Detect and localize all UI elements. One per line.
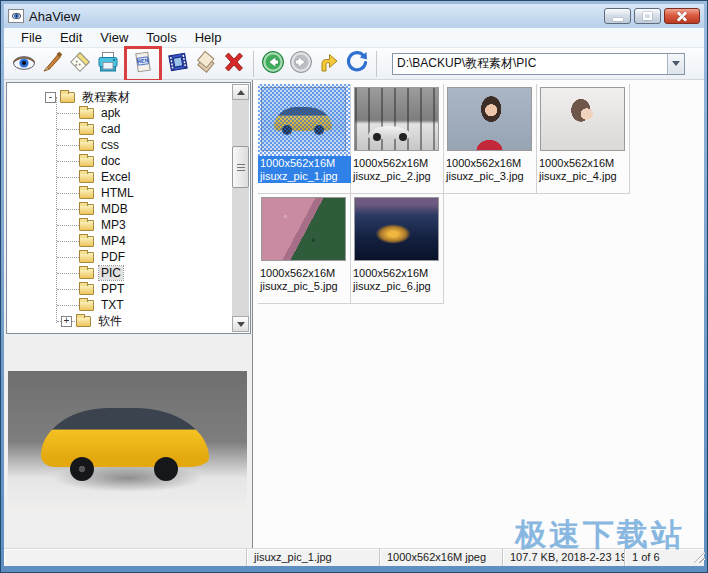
thumbnail-image — [261, 197, 346, 261]
title-bar: AhaView — [4, 4, 704, 28]
tree-scrollbar[interactable] — [232, 84, 249, 332]
minimize-button[interactable] — [604, 8, 631, 24]
tree-item-mp3[interactable]: MP3 — [7, 217, 232, 233]
slideshow-button[interactable] — [164, 50, 192, 78]
menu-bar: FileEditViewToolsHelp — [4, 28, 704, 48]
folder-icon — [79, 204, 94, 215]
address-dropdown-button[interactable] — [667, 54, 684, 74]
thumbnail-jisuxz_pic_5.jpg[interactable]: 1000x562x16Mjisuxz_pic_5.jpg — [258, 194, 351, 304]
menu-item-tools[interactable]: Tools — [137, 28, 185, 47]
app-icon — [8, 9, 24, 23]
filmstrip-icon — [166, 50, 190, 78]
thumbnail-image — [354, 197, 439, 261]
thumbnail-art — [541, 88, 624, 150]
thumbnail-filename: jisuxz_pic_1.jpg — [260, 170, 351, 183]
copy-button[interactable] — [192, 50, 220, 78]
folder-icon — [79, 268, 94, 279]
tree-item-excel[interactable]: Excel — [7, 169, 232, 185]
folder-tree: -教程素材apkcadcssdocExcelHTMLMDBMP3MP4PDFPI… — [7, 83, 232, 333]
tree-item-mdb[interactable]: MDB — [7, 201, 232, 217]
thumbnail-dims: 1000x562x16M — [446, 157, 536, 170]
thumbnail-dims: 1000x562x16M — [260, 157, 351, 170]
folder-icon — [79, 220, 94, 231]
menu-item-file[interactable]: File — [12, 28, 51, 47]
tree-item-label: doc — [99, 154, 122, 168]
thumbnail-art — [448, 88, 531, 150]
tree-item-pdf[interactable]: PDF — [7, 249, 232, 265]
thumbnail-frame — [537, 84, 629, 156]
scrollbar-up-button[interactable] — [232, 84, 249, 100]
thumbnail-grid: 1000x562x16Mjisuxz_pic_1.jpg1000x562x16M… — [258, 84, 698, 304]
status-bar: jisuxz_pic_1.jpg1000x562x16M jpeg107.7 K… — [4, 548, 704, 566]
close-icon — [676, 10, 688, 22]
delete-button[interactable] — [220, 50, 248, 78]
thumbnail-jisuxz_pic_3.jpg[interactable]: 1000x562x16Mjisuxz_pic_3.jpg — [444, 84, 537, 194]
thumbnail-dims: 1000x562x16M — [539, 157, 629, 170]
refresh-button[interactable] — [343, 50, 371, 78]
triangle-down-icon — [237, 322, 245, 327]
close-button[interactable] — [664, 8, 700, 24]
scrollbar-thumb[interactable] — [232, 146, 249, 188]
convert-button[interactable] — [66, 50, 94, 78]
status-segment-4: 1 of 6 — [625, 549, 704, 566]
thumbnail-jisuxz_pic_2.jpg[interactable]: 1000x562x16Mjisuxz_pic_2.jpg — [351, 84, 444, 194]
tree-item-mp4[interactable]: MP4 — [7, 233, 232, 249]
menu-item-view[interactable]: View — [91, 28, 137, 47]
expand-icon[interactable]: + — [61, 316, 72, 327]
tree-item-ppt[interactable]: PPT — [7, 281, 232, 297]
folder-icon — [79, 284, 94, 295]
tree-item-软件[interactable]: +软件 — [7, 313, 232, 329]
folder-icon — [79, 124, 94, 135]
tree-item-教程素材[interactable]: -教程素材 — [7, 89, 232, 105]
tree-item-css[interactable]: css — [7, 137, 232, 153]
tree-item-apk[interactable]: apk — [7, 105, 232, 121]
tree-item-html[interactable]: HTML — [7, 185, 232, 201]
main-content: -教程素材apkcadcssdocExcelHTMLMDBMP3MP4PDFPI… — [4, 80, 704, 548]
up-folder-button[interactable] — [315, 50, 343, 78]
thumbnail-frame — [258, 84, 350, 156]
tree-item-txt[interactable]: TXT — [7, 297, 232, 313]
forward-button[interactable] — [287, 50, 315, 78]
toolbar-separator — [253, 51, 254, 77]
print-button[interactable] — [94, 50, 122, 78]
forward-arrow-icon — [289, 50, 313, 78]
view-button[interactable] — [10, 50, 38, 78]
thumbnail-labels: 1000x562x16Mjisuxz_pic_2.jpg — [351, 156, 443, 183]
window-title: AhaView — [29, 9, 80, 24]
tree-item-doc[interactable]: doc — [7, 153, 232, 169]
rename-button[interactable]: REN — [129, 50, 157, 78]
note-icon — [68, 50, 92, 78]
folder-tree-panel: -教程素材apkcadcssdocExcelHTMLMDBMP3MP4PDFPI… — [6, 82, 251, 334]
tree-item-cad[interactable]: cad — [7, 121, 232, 137]
folder-icon — [79, 172, 94, 183]
thumbnail-frame — [444, 84, 536, 156]
chevron-down-icon — [672, 61, 680, 66]
folder-icon — [79, 252, 94, 263]
maximize-button[interactable] — [634, 8, 661, 24]
thumbnail-filename: jisuxz_pic_2.jpg — [353, 170, 443, 183]
menu-item-help[interactable]: Help — [186, 28, 231, 47]
selection-overlay — [258, 84, 350, 156]
tree-item-pic[interactable]: PIC — [7, 265, 232, 281]
refresh-icon — [345, 50, 369, 78]
scrollbar-down-button[interactable] — [232, 316, 249, 332]
thumbnail-frame — [351, 84, 443, 156]
thumbnail-labels: 1000x562x16Mjisuxz_pic_1.jpg — [258, 156, 351, 183]
thumbnail-art — [355, 198, 438, 260]
status-segment-0 — [4, 549, 247, 566]
maximize-icon — [643, 12, 652, 20]
thumbnail-labels: 1000x562x16Mjisuxz_pic_5.jpg — [258, 266, 350, 293]
rename-highlight-box: REN — [124, 46, 162, 82]
toolbar: REN — [4, 48, 704, 80]
menu-item-edit[interactable]: Edit — [51, 28, 91, 47]
back-button[interactable] — [259, 50, 287, 78]
thumbnail-jisuxz_pic_1.jpg[interactable]: 1000x562x16Mjisuxz_pic_1.jpg — [258, 84, 351, 194]
thumbnail-jisuxz_pic_6.jpg[interactable]: 1000x562x16Mjisuxz_pic_6.jpg — [351, 194, 444, 304]
edit-button[interactable] — [38, 50, 66, 78]
collapse-icon[interactable]: - — [45, 92, 56, 103]
thumbnail-filename: jisuxz_pic_6.jpg — [353, 280, 443, 293]
thumbnail-jisuxz_pic_4.jpg[interactable]: 1000x562x16Mjisuxz_pic_4.jpg — [537, 84, 630, 194]
tree-item-label: css — [99, 138, 121, 152]
copy-icon — [194, 50, 218, 78]
address-input[interactable] — [393, 54, 667, 74]
